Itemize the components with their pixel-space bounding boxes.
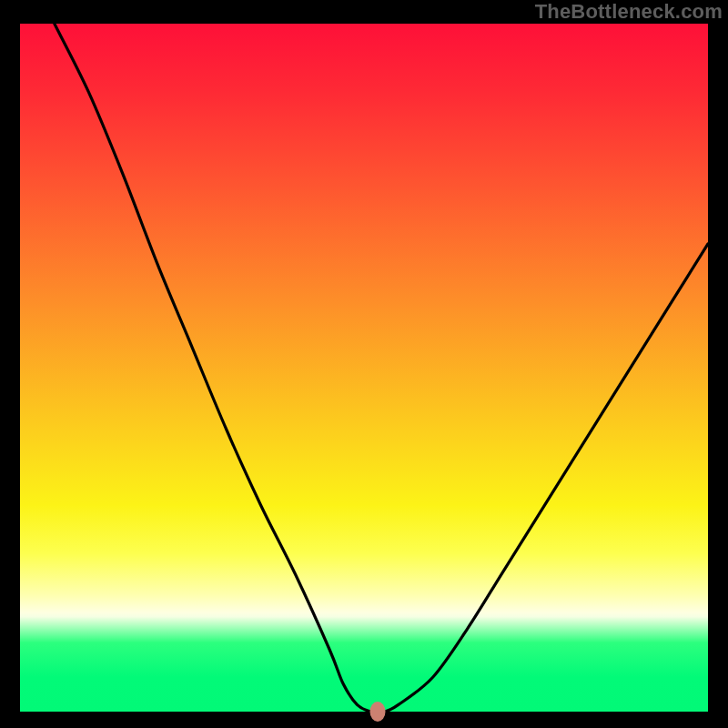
plot-area [20,24,708,712]
bottleneck-curve [20,24,708,712]
balance-marker [370,702,386,722]
watermark-text: TheBottleneck.com [535,0,723,24]
chart-frame: TheBottleneck.com [0,0,728,728]
